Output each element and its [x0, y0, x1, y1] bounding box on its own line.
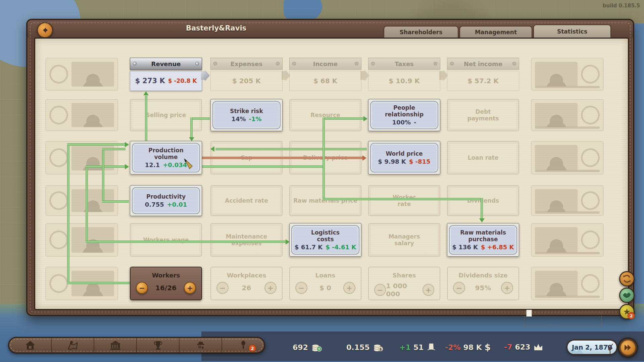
shares-value: 1 000 000 — [386, 282, 423, 298]
node-people-relationship[interactable]: People relationship 100%- — [368, 99, 440, 131]
portrait-silhouette — [535, 189, 578, 212]
play-speed-button[interactable] — [618, 338, 638, 358]
toolbar-nature-button[interactable]: 2 — [222, 338, 264, 353]
node-taxes[interactable]: Taxes $ 10.9 K — [368, 58, 440, 91]
screw-icon — [292, 62, 296, 65]
node-raw-materials-purchase[interactable]: Raw materials purchase $ 136 K$ +6.85 K — [447, 223, 519, 257]
stepper-label: Workplaces — [211, 272, 282, 279]
trophy-icon — [152, 340, 164, 350]
pipe-red — [202, 157, 362, 159]
trade-button[interactable] — [619, 288, 635, 303]
workplaces-minus-button[interactable]: − — [216, 282, 229, 294]
node-dividends[interactable]: Dividends — [447, 185, 519, 216]
screw-icon — [434, 62, 437, 65]
workplaces-plus-button[interactable]: + — [264, 282, 277, 294]
loans-plus-button[interactable]: + — [343, 282, 355, 294]
tab-statistics[interactable]: Statistics — [533, 24, 611, 38]
node-value: $ 9.98 K — [378, 158, 406, 165]
node-worker-rate[interactable]: Worker rate — [368, 185, 440, 216]
stepper-shares[interactable]: Shares − 1 000 000 + — [368, 267, 440, 300]
stepper-workplaces[interactable]: Workplaces − 26 + — [210, 267, 283, 300]
node-label: Taxes — [395, 60, 414, 67]
node-value: $ 68 K — [313, 77, 337, 85]
back-button[interactable] — [37, 22, 53, 38]
shares-plus-button[interactable]: + — [423, 284, 434, 296]
node-accident-rate[interactable]: Accident rate — [210, 185, 283, 216]
node-delta: - — [414, 119, 416, 126]
node-delta: $ -4.61 K — [326, 244, 356, 251]
stepper-label: Workers — [131, 272, 201, 279]
drop-slot[interactable] — [524, 313, 602, 326]
node-raw-materials-price[interactable]: Raw materials price — [289, 185, 361, 216]
rotate-view-button[interactable] — [619, 271, 635, 287]
node-strike-risk[interactable]: Strike risk 14%-1% — [210, 99, 283, 131]
node-value: 100% — [392, 119, 411, 126]
pipe — [102, 200, 129, 203]
company-window: Basterly&Ravis Shareholders Management S… — [26, 19, 634, 316]
node-value: 0.755 — [145, 201, 164, 208]
node-revenue[interactable]: Revenue $ 273 K$ -20.8 K — [130, 58, 202, 91]
partner-card-ghost — [531, 58, 604, 91]
node-net-income[interactable]: Net income $ 57.2 K — [447, 58, 519, 91]
node-logistics-costs[interactable]: Logistics costs $ 61.7 K$ -4.61 K — [289, 223, 361, 257]
node-loan-rate[interactable]: Loan rate — [447, 141, 519, 174]
partner-card-ghost — [531, 223, 604, 257]
pipe-arrow — [479, 218, 485, 222]
achievements-button[interactable]: ★ 2 — [619, 304, 635, 319]
node-label: Revenue — [151, 60, 181, 67]
progress-bar-ghost — [535, 211, 600, 214]
emblem-badge-icon — [49, 274, 68, 293]
node-world-price[interactable]: World price $ 9.98 K$ -815 — [368, 141, 440, 174]
stepper-workers[interactable]: Workers − 16/26 + — [130, 267, 202, 300]
toolbar-agents-button[interactable] — [180, 338, 222, 353]
node-maintenance-expenses[interactable]: Maintenance expenses — [210, 223, 283, 257]
node-expenses[interactable]: Expenses $ 205 K — [210, 58, 283, 91]
screw-icon — [276, 62, 280, 65]
pipe-arrow — [362, 155, 366, 161]
node-value: $ 10.9 K — [389, 77, 420, 85]
toolbar-achievements-button[interactable] — [137, 338, 180, 353]
stepper-loans[interactable]: Loans − $ 0 + — [289, 267, 361, 300]
main-toolbar: 2 — [8, 337, 265, 354]
node-label: World price — [386, 150, 423, 157]
node-income[interactable]: Income $ 68 K — [289, 58, 361, 91]
toolbar-government-button[interactable] — [94, 338, 137, 353]
portrait-silhouette — [535, 271, 578, 296]
dividends-size-plus-button[interactable]: + — [501, 282, 513, 294]
node-productivity[interactable]: Productivity 0.755+0.01 — [130, 185, 202, 216]
screw-icon — [213, 62, 217, 65]
pipe — [481, 198, 483, 219]
crown-icon — [533, 342, 544, 352]
stepper-dividends-size[interactable]: Dividends size − 95% + — [447, 267, 519, 300]
dividends-size-minus-button[interactable]: − — [453, 282, 465, 294]
node-debt-payments[interactable]: Debt payments — [447, 99, 519, 131]
top-hat-icon — [426, 342, 436, 352]
workers-minus-button[interactable]: − — [136, 282, 148, 294]
document-icon — [526, 310, 532, 317]
toolbar-map-button[interactable] — [52, 338, 94, 353]
emblem-badge-icon — [581, 65, 600, 84]
company-card-ghost — [45, 141, 118, 174]
node-workers-wage[interactable]: Workers wage — [130, 223, 202, 257]
node-resource[interactable]: Resource — [289, 99, 361, 131]
screw-icon — [450, 62, 454, 65]
workers-plus-button[interactable]: + — [184, 282, 196, 294]
tab-management[interactable]: Management — [459, 26, 532, 38]
date-display[interactable]: Jan 2, 1870 — [566, 340, 617, 355]
tab-shareholders[interactable]: Shareholders — [384, 26, 458, 38]
pipe — [145, 96, 147, 141]
stat-managers: +1 51 — [399, 342, 436, 352]
node-value: 14% — [231, 115, 246, 122]
stat-money: 692 — [293, 342, 322, 352]
partner-card-ghost — [531, 267, 604, 300]
dollar-icon: $ — [485, 342, 491, 352]
toolbar-home-button[interactable] — [9, 338, 52, 353]
shares-minus-button[interactable]: − — [374, 284, 386, 296]
node-label: Strike risk — [230, 108, 263, 114]
loans-minus-button[interactable]: − — [295, 282, 307, 294]
flow-chevron-icon — [201, 70, 210, 81]
portrait-silhouette — [71, 227, 114, 253]
node-managers-salary[interactable]: Managers salary — [368, 223, 440, 257]
portrait-silhouette — [71, 62, 114, 87]
node-value: $ 205 K — [232, 77, 261, 85]
